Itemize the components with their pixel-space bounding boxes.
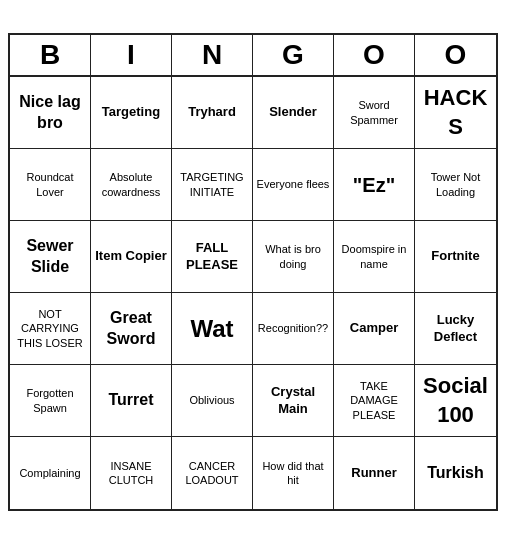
bingo-letter: N [172,35,253,75]
bingo-cell: FALL PLEASE [172,221,253,293]
bingo-cell: Doomspire in name [334,221,415,293]
bingo-cell: Runner [334,437,415,509]
bingo-cell: Great Sword [91,293,172,365]
bingo-cell: Turret [91,365,172,437]
bingo-cell: Recognition?? [253,293,334,365]
bingo-cell: NOT CARRYING THIS LOSER [10,293,91,365]
bingo-cell: CANCER LOADOUT [172,437,253,509]
bingo-cell: Sword Spammer [334,77,415,149]
bingo-cell: HACKS [415,77,496,149]
bingo-cell: Roundcat Lover [10,149,91,221]
bingo-cell: Slender [253,77,334,149]
bingo-cell: "Ez" [334,149,415,221]
bingo-cell: What is bro doing [253,221,334,293]
bingo-letter: I [91,35,172,75]
bingo-letter: O [415,35,496,75]
bingo-cell: TAKE DAMAGE PLEASE [334,365,415,437]
bingo-cell: Tower Not Loading [415,149,496,221]
bingo-grid: Nice lag broTargetingTryhardSlenderSword… [10,77,496,509]
bingo-header: BINGOO [10,35,496,77]
bingo-cell: Tryhard [172,77,253,149]
bingo-cell: Social 100 [415,365,496,437]
bingo-cell: Fortnite [415,221,496,293]
bingo-cell: Lucky Deflect [415,293,496,365]
bingo-letter: B [10,35,91,75]
bingo-cell: Wat [172,293,253,365]
bingo-cell: Targeting [91,77,172,149]
bingo-cell: Everyone flees [253,149,334,221]
bingo-cell: Absolute cowardness [91,149,172,221]
bingo-cell: Complaining [10,437,91,509]
bingo-cell: Oblivious [172,365,253,437]
bingo-cell: Turkish [415,437,496,509]
bingo-cell: Crystal Main [253,365,334,437]
bingo-card: BINGOO Nice lag broTargetingTryhardSlend… [8,33,498,511]
bingo-letter: O [334,35,415,75]
bingo-cell: How did that hit [253,437,334,509]
bingo-cell: INSANE CLUTCH [91,437,172,509]
bingo-cell: TARGETING INITIATE [172,149,253,221]
bingo-letter: G [253,35,334,75]
bingo-cell: Forgotten Spawn [10,365,91,437]
bingo-cell: Item Copier [91,221,172,293]
bingo-cell: Camper [334,293,415,365]
bingo-cell: Nice lag bro [10,77,91,149]
bingo-cell: Sewer Slide [10,221,91,293]
